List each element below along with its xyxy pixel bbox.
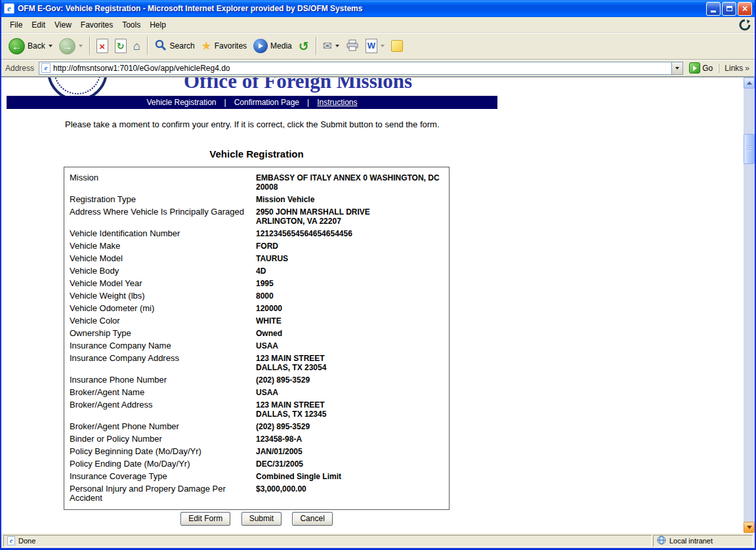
close-button[interactable]: × [738, 2, 752, 16]
stop-button[interactable]: × [93, 37, 112, 55]
media-button[interactable]: Media [250, 37, 295, 55]
maximize-icon [726, 6, 732, 11]
home-icon: ⌂ [133, 39, 140, 53]
messenger-button[interactable] [388, 38, 406, 54]
field-value: (202) 895-3529 [256, 422, 449, 431]
go-arrow-icon [689, 62, 700, 74]
favorites-star-icon: ★ [201, 39, 212, 53]
menu-file[interactable]: File [5, 18, 27, 32]
back-button[interactable]: ← Back [5, 36, 56, 56]
table-row: Binder or Policy Number 123458-98-A [64, 433, 449, 445]
edit-with-word-button[interactable]: W [362, 37, 388, 55]
links-bar[interactable]: Links » [719, 64, 752, 73]
form-actions: Edit Form Submit Cancel [64, 512, 450, 526]
word-icon: W [366, 39, 377, 53]
field-label: Vehicle Make [64, 242, 256, 251]
table-row: Broker/Agent Address 123 MAIN STREET DAL… [64, 398, 449, 420]
field-value: 2950 JOHN MARSHALL DRIVE ARLINGTON, VA 2… [256, 207, 449, 226]
field-label: Vehicle Model [64, 254, 256, 263]
field-label: Ownership Type [64, 329, 256, 338]
favorites-button[interactable]: ★ Favorites [198, 37, 251, 55]
media-label: Media [270, 41, 292, 51]
table-row: Insurance Phone Number (202) 895-3529 [64, 373, 449, 386]
field-label: Broker/Agent Name [64, 388, 256, 397]
nav-confirmation-page[interactable]: Confirmation Page [234, 98, 299, 107]
toolbar-separator [89, 37, 90, 55]
print-button[interactable] [343, 37, 362, 55]
maximize-button[interactable] [722, 2, 736, 16]
address-dropdown-button[interactable] [671, 62, 682, 74]
forward-dropdown-icon [79, 45, 83, 47]
field-label: Policy Ending Date (Mo/Day/Yr) [64, 459, 256, 469]
scroll-down-button[interactable] [744, 522, 755, 533]
table-row: Vehicle Odometer (mi) 120000 [64, 302, 449, 314]
table-row: Vehicle Make FORD [64, 240, 449, 252]
status-message-panel: e Done [3, 535, 652, 547]
history-icon: ↺ [299, 39, 309, 54]
table-row: Insurance Company Address 123 MAIN STREE… [64, 352, 449, 373]
field-value: 4D [256, 266, 449, 276]
back-dropdown-icon[interactable] [49, 45, 52, 47]
field-label: Personal Injury and Propery Damage Per A… [64, 484, 256, 503]
vertical-scrollbar[interactable] [744, 77, 755, 533]
scroll-up-button[interactable] [744, 77, 755, 89]
menu-bar: File Edit View Favorites Tools Help [1, 17, 755, 33]
window-title: OFM E-Gov: Vehicle Registration - Micros… [18, 4, 706, 13]
scrollbar-thumb[interactable] [744, 134, 755, 164]
ie-logo-icon: e [4, 3, 14, 14]
table-row: Vehicle Body 4D [64, 264, 449, 277]
field-label: Mission [64, 173, 256, 192]
edit-form-button[interactable]: Edit Form [180, 512, 230, 526]
field-value: Owned [256, 329, 449, 338]
table-row: Broker/Agent Phone Number (202) 895-3529 [64, 420, 449, 433]
field-value: DEC/31/2005 [256, 459, 449, 469]
browser-window: e OFM E-Gov: Vehicle Registration - Micr… [0, 0, 756, 550]
minimize-button[interactable] [706, 2, 721, 16]
field-value: TAURUS [256, 254, 449, 263]
page-nav: Vehicle Registration | Confirmation Page… [7, 96, 497, 109]
menu-tools[interactable]: Tools [117, 18, 145, 32]
menu-view[interactable]: View [50, 18, 76, 32]
field-value: JAN/01/2005 [256, 447, 449, 456]
table-row: Vehicle Identification Number 1212345654… [64, 227, 449, 240]
table-row: Policy Beginning Date (Mo/Day/Yr) JAN/01… [64, 445, 449, 457]
media-icon [253, 39, 268, 53]
nav-instructions-link[interactable]: Instructions [317, 98, 357, 107]
address-url[interactable]: http://ofmsntsorw1:7010/eGov/app/vehicle… [53, 64, 671, 73]
toolbar-separator [316, 37, 316, 55]
print-icon [346, 39, 359, 53]
menu-edit[interactable]: Edit [27, 18, 50, 32]
favorites-label: Favorites [215, 41, 247, 51]
refresh-button[interactable]: ↻ [112, 37, 130, 55]
browser-viewport: Office of Foreign Missions Vehicle Regis… [1, 77, 755, 533]
brand-throbber-icon [739, 19, 751, 31]
forward-button[interactable]: → [56, 36, 86, 56]
search-button[interactable]: Search [151, 37, 198, 56]
mail-dropdown-icon[interactable] [335, 45, 339, 47]
table-row: Address Where Vehicle Is Principally Gar… [64, 205, 449, 227]
field-value: 1212345654564654654456 [256, 229, 449, 238]
window-controls: × [706, 2, 752, 16]
table-row: Insurance Company Name USAA [64, 339, 449, 352]
address-bar: Address e http://ofmsntsorw1:7010/eGov/a… [1, 60, 755, 77]
go-button[interactable]: Go [686, 62, 715, 74]
go-label: Go [702, 64, 713, 73]
intranet-globe-icon [657, 536, 666, 546]
field-value: EMBASSY OF ITALY ANNEX 0 WASHINGTON, DC … [256, 173, 449, 192]
field-label: Insurance Company Name [64, 341, 256, 350]
nav-vehicle-registration[interactable]: Vehicle Registration [146, 98, 216, 107]
field-value: 120000 [256, 304, 449, 313]
menu-help[interactable]: Help [145, 18, 171, 32]
address-input[interactable]: e http://ofmsntsorw1:7010/eGov/app/vehic… [39, 62, 683, 75]
nav-separator: | [307, 98, 309, 107]
history-button[interactable]: ↺ [295, 37, 312, 56]
mail-button[interactable]: ✉ [320, 37, 343, 55]
home-button[interactable]: ⌂ [130, 37, 144, 55]
edit-dropdown-icon [381, 45, 385, 47]
menu-favorites[interactable]: Favorites [76, 18, 117, 32]
field-value: USAA [256, 388, 449, 397]
field-value: Combined Single Limit [256, 472, 449, 481]
submit-button[interactable]: Submit [242, 512, 282, 526]
cancel-button[interactable]: Cancel [292, 512, 332, 526]
table-row: Registration Type Mission Vehicle [64, 193, 449, 205]
